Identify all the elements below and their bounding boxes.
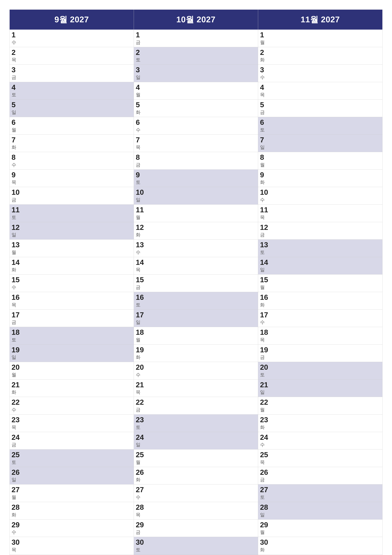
table-row: 29수 (10, 519, 134, 537)
day-number-col: 26일 (10, 467, 27, 484)
day-number-col: 6수 (134, 117, 151, 134)
day-number-col: 19일 (10, 345, 27, 362)
day-number-col: 18목 (258, 327, 276, 344)
day-name: 화 (12, 389, 25, 395)
table-row: 21목 (134, 380, 258, 397)
day-content (27, 484, 134, 502)
day-number-col: 12금 (258, 222, 276, 240)
day-content (276, 47, 382, 65)
day-content (151, 467, 258, 484)
day-rows-2: 1월2화3수4목5금6토7일8월9화10수11목12금13토14일15월16화1… (258, 29, 382, 555)
day-content (151, 82, 258, 100)
table-row: 29금 (134, 519, 258, 537)
day-number: 26 (260, 468, 274, 476)
day-content (151, 380, 258, 397)
day-number: 9 (136, 171, 149, 179)
day-number-col: 7화 (10, 135, 27, 152)
day-number: 30 (260, 538, 274, 546)
day-content (151, 292, 258, 309)
table-row: 30화 (258, 537, 382, 555)
month-header-0: 9월 2027 (10, 10, 134, 29)
day-content (276, 29, 382, 47)
day-name: 일 (12, 232, 25, 238)
day-name: 토 (136, 57, 149, 63)
table-row: 14일 (258, 257, 382, 275)
day-number: 21 (260, 381, 274, 389)
day-content (151, 397, 258, 414)
day-content (276, 117, 382, 134)
day-content (27, 222, 134, 240)
day-number-col: 4목 (258, 82, 276, 100)
day-number: 15 (260, 276, 274, 284)
day-content (27, 47, 134, 65)
day-number-col: 20월 (10, 362, 27, 380)
day-number-col: 14화 (10, 257, 27, 275)
day-name: 목 (12, 547, 25, 553)
day-content (276, 380, 382, 397)
day-number-col: 1수 (10, 29, 27, 47)
day-number: 8 (136, 153, 149, 161)
day-number-col: 29금 (134, 519, 151, 537)
day-content (27, 275, 134, 292)
day-number: 6 (260, 118, 274, 126)
table-row: 2목 (10, 47, 134, 65)
day-content (151, 240, 258, 257)
day-number-col: 13월 (10, 240, 27, 257)
day-name: 금 (12, 319, 25, 326)
table-row: 13토 (258, 240, 382, 257)
day-content (27, 117, 134, 134)
table-row: 21화 (10, 380, 134, 397)
day-name: 월 (12, 249, 25, 256)
table-row: 20수 (134, 362, 258, 380)
day-content (151, 537, 258, 554)
day-number: 22 (136, 398, 149, 406)
day-number-col: 19금 (258, 345, 276, 362)
day-content (276, 65, 382, 82)
day-number-col: 27월 (10, 484, 27, 502)
day-name: 토 (260, 372, 274, 378)
day-name: 목 (12, 179, 25, 186)
day-number: 6 (12, 118, 25, 126)
day-content (27, 257, 134, 275)
table-row: 19금 (258, 345, 382, 362)
day-number-col: 7일 (258, 135, 276, 152)
day-number-col: 19화 (134, 345, 151, 362)
table-row: 22금 (134, 397, 258, 415)
day-name: 월 (260, 39, 274, 46)
day-number: 30 (136, 538, 149, 546)
day-number: 4 (12, 83, 25, 91)
calendar-grid: 9월 20271수2목3금4토5일6월7화8수9목10금11토12일13월14화… (9, 9, 383, 555)
day-name: 수 (136, 494, 149, 501)
day-name: 일 (12, 476, 25, 483)
day-name: 금 (260, 109, 274, 116)
day-content (276, 152, 382, 169)
day-content (151, 275, 258, 292)
day-number-col: 17수 (258, 310, 276, 327)
day-number-col: 25토 (10, 449, 27, 467)
day-name: 목 (260, 459, 274, 466)
day-content (27, 362, 134, 380)
table-row: 7일 (258, 135, 382, 152)
day-number: 9 (260, 171, 274, 179)
day-name: 수 (12, 284, 25, 291)
day-number: 16 (136, 293, 149, 301)
table-row: 24금 (10, 432, 134, 450)
table-row: 20월 (10, 362, 134, 380)
day-number: 24 (260, 433, 274, 441)
day-number: 12 (136, 223, 149, 232)
table-row: 6수 (134, 117, 258, 135)
day-name: 화 (12, 512, 25, 518)
table-row: 27수 (134, 484, 258, 502)
day-name: 수 (260, 197, 274, 203)
day-name: 화 (260, 57, 274, 63)
day-number-col: 9화 (258, 170, 276, 187)
day-number-col: 10금 (10, 187, 27, 204)
day-name: 목 (136, 267, 149, 273)
day-number-col: 30화 (258, 537, 276, 554)
table-row: 13수 (134, 240, 258, 257)
day-number-col: 22수 (10, 397, 27, 414)
day-number-col: 29월 (258, 519, 276, 537)
page: 9월 20271수2목3금4토5일6월7화8수9목10금11토12일13월14화… (0, 0, 392, 555)
day-name: 금 (260, 232, 274, 238)
day-content (151, 327, 258, 344)
